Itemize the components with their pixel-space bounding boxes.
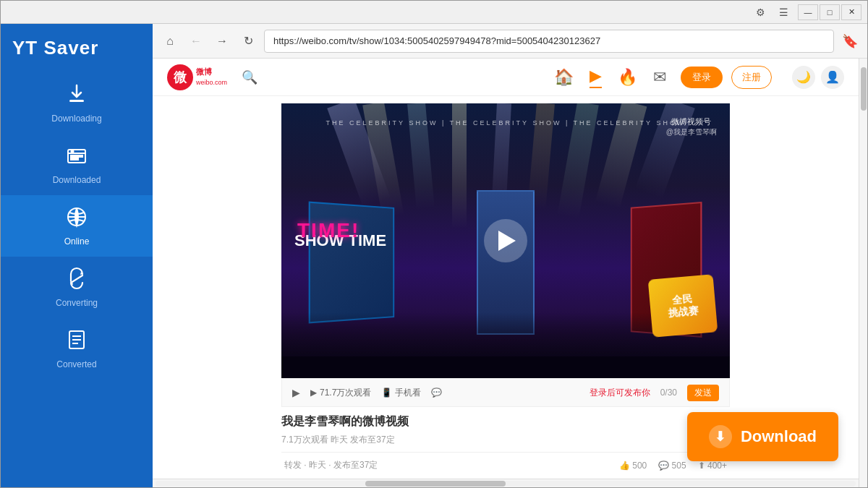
video-subtitle: 7.1万次观看 昨天 发布至37定 bbox=[281, 434, 730, 446]
title-bar: ⚙ ☰ — □ ✕ bbox=[1, 1, 867, 24]
stage-background: THE CELEBRITY SHOW | THE CELEBRITY SHOW … bbox=[281, 103, 730, 378]
svg-rect-21 bbox=[281, 356, 730, 378]
video-description: 我是李雪琴啊的微博视频 7.1万次观看 昨天 发布至37定 bbox=[281, 414, 730, 452]
scrollbar-thumb bbox=[365, 481, 506, 487]
app-window: ⚙ ☰ — □ ✕ YT Saver Downloading bbox=[0, 0, 868, 488]
maximize-button[interactable]: □ bbox=[820, 4, 840, 20]
browser-main: 微 微博weibo.com 🔍 🏠 ▶ 🔥 ✉ 登录 注册 bbox=[153, 59, 859, 487]
play-icon bbox=[498, 231, 516, 251]
weibo-nav: 微 微博weibo.com 🔍 🏠 ▶ 🔥 ✉ 登录 注册 bbox=[153, 59, 859, 96]
video-views: ▶ 71.7万次观看 bbox=[310, 387, 371, 399]
window-controls: — □ ✕ bbox=[798, 4, 861, 20]
weibo-user-icon[interactable]: 👤 bbox=[821, 66, 844, 89]
vc-play-icon[interactable]: ▶ bbox=[292, 387, 300, 398]
weibo-login-button[interactable]: 登录 bbox=[681, 67, 723, 88]
video-controls: ▶ ▶ 71.7万次观看 📱 手机看 💬 bbox=[281, 378, 730, 407]
scrollbar-track bbox=[156, 481, 856, 487]
app-title: YT Saver bbox=[12, 37, 98, 59]
close-button[interactable]: ✕ bbox=[841, 4, 861, 20]
comment-login-prompt[interactable]: 登录后可发布你 bbox=[590, 387, 650, 399]
weibo-logo: 微 微博weibo.com bbox=[167, 64, 227, 90]
weibo-mode-icons: 🌙 👤 bbox=[792, 66, 844, 89]
weibo-nav-hot[interactable]: 🔥 bbox=[618, 68, 637, 87]
neon-text: TIME! bbox=[297, 219, 359, 242]
weibo-nav-icons: 🏠 ▶ 🔥 ✉ bbox=[554, 67, 666, 88]
weibo-bottom-bar: 转发 · 昨天 · 发布至37定 👍 500 💬 505 ⬆ 400+ bbox=[281, 452, 730, 478]
back-button[interactable]: ← bbox=[186, 31, 206, 51]
weibo-logo-text: 微博weibo.com bbox=[196, 67, 227, 86]
sidebar-item-converting-label: Converting bbox=[56, 298, 98, 308]
svg-rect-0 bbox=[69, 100, 84, 102]
sidebar-item-converted-label: Converted bbox=[56, 359, 96, 369]
scrollbar-track-vertical bbox=[860, 60, 867, 486]
download-icon: ⬇ bbox=[709, 425, 732, 448]
converting-icon bbox=[65, 267, 88, 294]
video-player[interactable]: THE CELEBRITY SHOW | THE CELEBRITY SHOW … bbox=[281, 103, 730, 378]
sidebar-item-downloading-label: Downloading bbox=[51, 114, 101, 124]
sidebar-item-converted[interactable]: Converted bbox=[1, 318, 153, 380]
sidebar-item-downloaded[interactable]: Downloaded bbox=[1, 134, 153, 195]
video-section: THE CELEBRITY SHOW | THE CELEBRITY SHOW … bbox=[153, 96, 859, 479]
gold-badge: 全民挑战赛 bbox=[648, 274, 718, 338]
comment-count: 0/30 bbox=[660, 388, 677, 398]
home-button[interactable]: ⌂ bbox=[160, 31, 180, 51]
scrollbar-thumb-vertical bbox=[861, 67, 867, 111]
bookmark-icon[interactable]: 🔖 bbox=[840, 31, 860, 51]
stage-text-top: THE CELEBRITY SHOW | THE CELEBRITY SHOW … bbox=[326, 119, 686, 127]
weibo-logo-icon: 微 bbox=[167, 64, 193, 90]
sidebar-item-converting[interactable]: Converting bbox=[1, 257, 153, 318]
comment-icon[interactable]: 💬 bbox=[431, 388, 442, 398]
stat-comments: 💬 505 bbox=[658, 461, 686, 471]
stat-likes: 👍 500 bbox=[619, 461, 647, 471]
main-layout: YT Saver Downloading bbox=[1, 24, 867, 487]
horizontal-scrollbar[interactable] bbox=[153, 479, 859, 487]
video-container: THE CELEBRITY SHOW | THE CELEBRITY SHOW … bbox=[281, 103, 730, 478]
sidebar-item-online-label: Online bbox=[64, 236, 90, 247]
download-label: Download bbox=[741, 427, 817, 446]
content-area: ⌂ ← → ↻ 🔖 微 微博weibo.com 🔍 bbox=[153, 24, 867, 487]
comment-send-button[interactable]: 发送 bbox=[687, 385, 719, 401]
weibo-search-icon[interactable]: 🔍 bbox=[242, 69, 258, 85]
sidebar: YT Saver Downloading bbox=[1, 24, 153, 487]
weibo-dark-mode-icon[interactable]: 🌙 bbox=[792, 66, 815, 89]
app-logo: YT Saver bbox=[1, 24, 153, 72]
sidebar-item-downloading[interactable]: Downloading bbox=[1, 72, 153, 134]
downloading-icon bbox=[65, 82, 88, 109]
stat-shares: ⬆ 400+ bbox=[698, 461, 727, 471]
browser-content: 微 微博weibo.com 🔍 🏠 ▶ 🔥 ✉ 登录 注册 bbox=[153, 59, 867, 487]
downloaded-icon bbox=[65, 144, 88, 171]
vertical-scrollbar[interactable] bbox=[859, 59, 867, 487]
menu-icon[interactable]: ☰ bbox=[775, 4, 792, 20]
video-phone-watch[interactable]: 📱 手机看 bbox=[381, 387, 421, 399]
svg-rect-5 bbox=[71, 158, 78, 160]
weibo-watermark: 微博视频号 @我是李雪琴啊 bbox=[666, 116, 717, 137]
settings-icon[interactable]: ⚙ bbox=[752, 4, 769, 20]
weibo-nav-video[interactable]: ▶ bbox=[590, 67, 602, 88]
svg-point-3 bbox=[72, 150, 74, 153]
weibo-nav-mail[interactable]: ✉ bbox=[653, 68, 666, 87]
address-bar[interactable] bbox=[264, 30, 834, 53]
sidebar-item-online[interactable]: Online bbox=[1, 195, 153, 257]
weibo-nav-home[interactable]: 🏠 bbox=[554, 68, 574, 87]
stat-forwards: 转发 · 昨天 · 发布至37定 bbox=[284, 459, 378, 471]
refresh-button[interactable]: ↻ bbox=[238, 31, 258, 51]
svg-rect-4 bbox=[71, 155, 82, 157]
sidebar-item-downloaded-label: Downloaded bbox=[53, 175, 101, 185]
minimize-button[interactable]: — bbox=[798, 4, 818, 20]
play-button[interactable] bbox=[484, 219, 527, 262]
converted-icon bbox=[65, 328, 88, 355]
video-title: 我是李雪琴啊的微博视频 bbox=[281, 414, 730, 429]
forward-button[interactable]: → bbox=[212, 31, 232, 51]
online-icon bbox=[65, 205, 88, 232]
download-button[interactable]: ⬇ Download bbox=[687, 412, 838, 461]
weibo-register-button[interactable]: 注册 bbox=[731, 66, 772, 89]
browser-bar: ⌂ ← → ↻ 🔖 bbox=[153, 24, 867, 59]
